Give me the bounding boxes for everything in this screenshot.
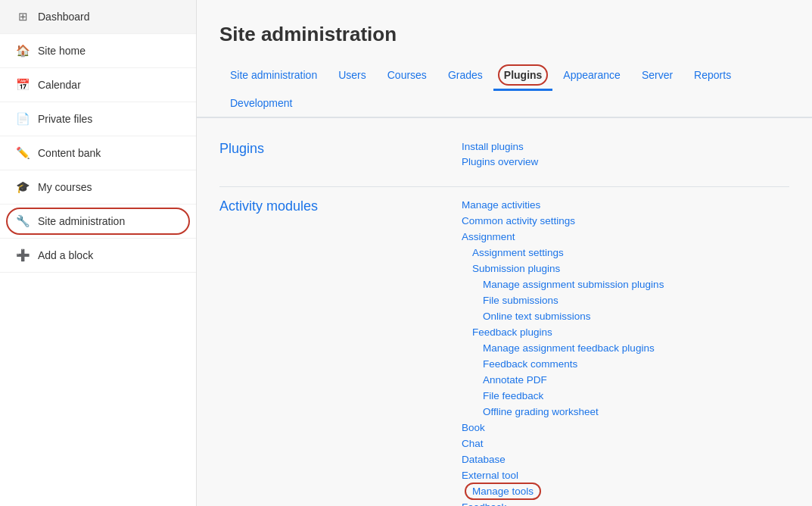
link-common-activity-settings[interactable]: Common activity settings [462, 215, 575, 226]
sidebar-label-add-a-block: Add a block [38, 249, 93, 261]
manage-tools-label: Manage tools [472, 486, 534, 497]
link-manage-tools[interactable]: Manage tools [472, 486, 534, 497]
tabs-bar: Site administrationUsersCoursesGradesPlu… [197, 61, 812, 118]
calendar-icon: 📅 [15, 77, 30, 92]
sidebar-item-site-administration[interactable]: 🔧Site administration [0, 205, 196, 239]
add-a-block-icon: ➕ [15, 248, 30, 263]
tab-users[interactable]: Users [328, 61, 377, 89]
sidebar-item-dashboard[interactable]: ⊞Dashboard [0, 0, 196, 34]
link-feedback[interactable]: Feedback [462, 501, 506, 506]
tab-reports[interactable]: Reports [683, 61, 742, 89]
link-install-plugins[interactable]: Install plugins [462, 141, 538, 152]
link-file-feedback[interactable]: File feedback [483, 390, 543, 401]
plugins-tab-label: Plugins [504, 69, 543, 81]
site-home-icon: 🏠 [15, 43, 30, 58]
link-online-text-submissions[interactable]: Online text submissions [483, 311, 591, 322]
activity-modules-section: Activity modules Manage activitiesCommon… [219, 198, 789, 506]
activity-modules-links: Manage activitiesCommon activity setting… [462, 198, 664, 506]
sidebar-label-content-bank: Content bank [38, 147, 101, 159]
sidebar-label-site-home: Site home [38, 45, 86, 57]
dashboard-icon: ⊞ [15, 9, 30, 24]
site-administration-icon: 🔧 [15, 214, 30, 229]
link-feedback-plugins[interactable]: Feedback plugins [472, 326, 552, 338]
link-offline-grading-worksheet[interactable]: Offline grading worksheet [483, 406, 599, 417]
my-courses-icon: 🎓 [15, 180, 30, 195]
sidebar-label-private-files: Private files [38, 113, 92, 125]
sidebar-item-private-files[interactable]: 📄Private files [0, 102, 196, 136]
tab-grades[interactable]: Grades [437, 61, 493, 89]
link-annotate-pdf[interactable]: Annotate PDF [483, 374, 547, 386]
link-assignment-settings[interactable]: Assignment settings [472, 247, 564, 258]
tab-development[interactable]: Development [219, 89, 303, 117]
main-content: Site administration Site administrationU… [197, 0, 812, 506]
link-manage-activities[interactable]: Manage activities [462, 199, 540, 211]
content-area: Plugins Install pluginsPlugins overview … [197, 118, 812, 506]
private-files-icon: 📄 [15, 111, 30, 126]
link-chat[interactable]: Chat [462, 438, 484, 449]
link-external-tool[interactable]: External tool [462, 470, 518, 481]
sidebar-item-add-a-block[interactable]: ➕Add a block [0, 239, 196, 273]
tab-site-administration[interactable]: Site administration [219, 61, 328, 89]
sidebar-item-calendar[interactable]: 📅Calendar [0, 68, 196, 102]
page-title: Site administration [197, 0, 812, 61]
sidebar-label-calendar: Calendar [38, 79, 81, 91]
plugins-section-title: Plugins [219, 141, 431, 167]
content-bank-icon: ✏️ [15, 145, 30, 161]
sidebar-item-content-bank[interactable]: ✏️Content bank [0, 136, 196, 170]
sidebar-item-my-courses[interactable]: 🎓My courses [0, 170, 196, 205]
link-assignment[interactable]: Assignment [462, 231, 515, 242]
link-manage-assignment-feedback-plugins[interactable]: Manage assignment feedback plugins [483, 342, 655, 354]
activity-modules-title: Activity modules [219, 198, 431, 506]
sidebar-label-dashboard: Dashboard [38, 11, 90, 23]
link-book[interactable]: Book [462, 422, 485, 433]
link-manage-assignment-submission-plugins[interactable]: Manage assignment submission plugins [483, 279, 664, 290]
link-feedback-comments[interactable]: Feedback comments [483, 358, 577, 370]
tab-plugins[interactable]: Plugins [493, 61, 553, 91]
divider [219, 186, 789, 187]
link-plugins-overview[interactable]: Plugins overview [462, 156, 538, 167]
plugins-links: Install pluginsPlugins overview [462, 141, 538, 167]
sidebar: ⊞Dashboard🏠Site home📅Calendar📄Private fi… [0, 0, 197, 506]
sidebar-label-site-administration: Site administration [38, 215, 125, 227]
link-submission-plugins[interactable]: Submission plugins [472, 263, 560, 274]
tab-server[interactable]: Server [631, 61, 683, 89]
plugins-section: Plugins Install pluginsPlugins overview [219, 141, 789, 167]
link-database[interactable]: Database [462, 454, 506, 465]
sidebar-item-site-home[interactable]: 🏠Site home [0, 34, 196, 68]
sidebar-label-my-courses: My courses [38, 181, 92, 193]
tab-appearance[interactable]: Appearance [552, 61, 631, 89]
tab-courses[interactable]: Courses [377, 61, 437, 89]
link-file-submissions[interactable]: File submissions [483, 295, 558, 306]
